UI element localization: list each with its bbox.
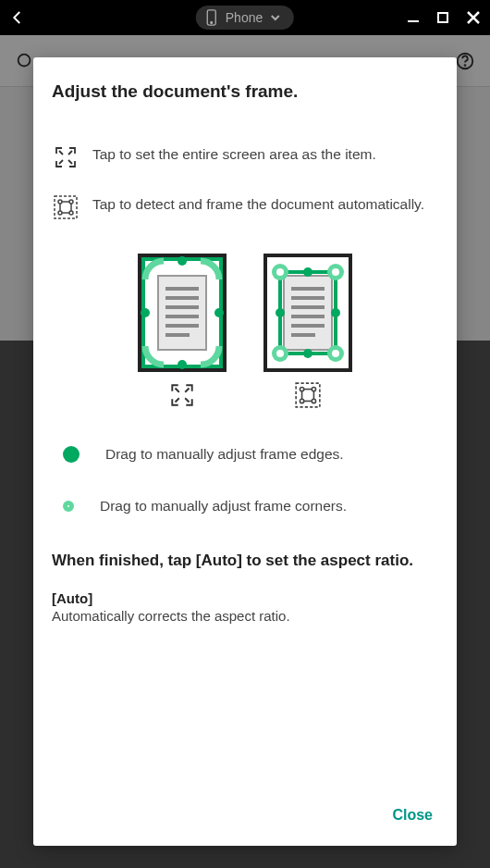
svg-point-18 xyxy=(178,360,187,369)
minimize-icon[interactable] xyxy=(407,11,420,24)
svg-point-20 xyxy=(214,308,224,317)
phone-icon xyxy=(205,9,218,26)
back-icon[interactable] xyxy=(9,9,26,26)
svg-point-17 xyxy=(178,256,187,266)
instruction-autodetect: Tap to detect and frame the document aut… xyxy=(52,194,438,220)
expand-small-icon xyxy=(168,381,196,409)
auto-description: Automatically corrects the aspect ratio. xyxy=(52,608,438,624)
illustration-fullscreen xyxy=(138,254,227,409)
svg-point-52 xyxy=(312,387,315,391)
close-button[interactable]: Close xyxy=(386,800,438,831)
svg-point-44 xyxy=(332,350,339,357)
svg-point-54 xyxy=(312,399,315,403)
expand-icon xyxy=(53,144,79,170)
svg-point-45 xyxy=(303,267,312,277)
svg-point-42 xyxy=(276,350,284,357)
instruction-autodetect-text: Tap to detect and frame the document aut… xyxy=(92,194,424,215)
svg-point-14 xyxy=(69,211,73,215)
autodetect-small-icon xyxy=(294,381,322,409)
maximize-icon[interactable] xyxy=(436,11,449,24)
legend-corners: Drag to manually adjust frame corners. xyxy=(52,498,438,515)
instruction-fullscreen: Tap to set the entire screen area as the… xyxy=(52,144,438,170)
modal-footer: Close xyxy=(52,790,438,831)
svg-point-38 xyxy=(276,268,284,276)
corner-handle-icon xyxy=(63,501,74,512)
svg-point-47 xyxy=(276,308,285,317)
help-modal: Adjust the document's frame. Tap to set … xyxy=(33,57,457,846)
emulator-titlebar: Phone xyxy=(0,0,490,35)
svg-point-19 xyxy=(141,308,150,317)
svg-point-51 xyxy=(300,387,303,391)
device-selector[interactable]: Phone xyxy=(196,6,294,30)
svg-point-1 xyxy=(211,22,213,24)
svg-rect-3 xyxy=(438,13,447,22)
legend-edges: Drag to manually adjust frame edges. xyxy=(52,446,438,463)
autodetect-icon xyxy=(53,194,79,220)
svg-point-40 xyxy=(332,268,339,276)
instruction-fullscreen-text: Tap to set the entire screen area as the… xyxy=(92,144,376,165)
svg-point-11 xyxy=(58,200,62,204)
chevron-down-icon xyxy=(270,14,281,21)
illustrations xyxy=(52,254,438,409)
finish-heading: When finished, tap [Auto] to set the asp… xyxy=(52,550,438,572)
device-label: Phone xyxy=(226,10,263,25)
close-window-icon[interactable] xyxy=(466,10,481,25)
legend-edges-text: Drag to manually adjust frame edges. xyxy=(105,446,344,463)
edge-handle-icon xyxy=(63,446,80,463)
modal-title: Adjust the document's frame. xyxy=(52,81,438,102)
svg-rect-9 xyxy=(55,196,77,218)
illustration-autodetect xyxy=(263,254,352,409)
svg-point-46 xyxy=(303,349,312,358)
svg-rect-49 xyxy=(296,383,320,407)
svg-point-12 xyxy=(69,200,73,204)
svg-point-53 xyxy=(300,399,303,403)
legend-corners-text: Drag to manually adjust frame corners. xyxy=(100,498,347,515)
svg-point-48 xyxy=(331,308,340,317)
auto-label: [Auto] xyxy=(52,590,438,606)
svg-point-13 xyxy=(58,211,62,215)
